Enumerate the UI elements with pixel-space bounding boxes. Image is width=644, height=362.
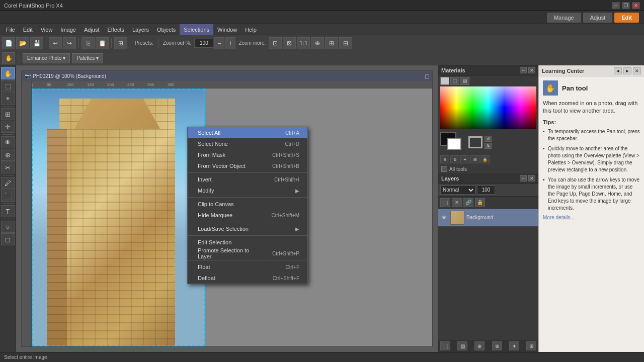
layer-lock-btn[interactable]: 🔒 — [475, 198, 485, 207]
layers-bottom-1[interactable]: ⬚ — [440, 341, 450, 350]
layers-bottom-5[interactable]: ✦ — [509, 341, 519, 350]
menu-view[interactable]: View — [37, 24, 57, 35]
menu-image[interactable]: Image — [56, 24, 80, 35]
clip-canvas-item[interactable]: Clip to Canvas — [188, 199, 307, 210]
restore-button[interactable]: ❐ — [622, 2, 630, 9]
color-wheel-btn[interactable]: ⬡ — [440, 77, 449, 85]
stroke-swatch[interactable] — [468, 136, 482, 148]
pan-tool-button[interactable]: ✋ — [1, 67, 15, 79]
manage-mode-button[interactable]: Manage — [547, 13, 581, 23]
blend-mode-select[interactable]: Normal Multiply Screen — [440, 186, 475, 195]
mat-icon-2[interactable]: ⊗ — [450, 155, 459, 163]
fill-tool-button[interactable]: ⬛ — [1, 190, 15, 202]
minimize-button[interactable]: – — [612, 2, 620, 9]
close-button[interactable]: ✕ — [632, 2, 640, 9]
new-file-button[interactable]: 📄 — [2, 37, 15, 49]
zoom-200-button[interactable]: ⊕ — [311, 37, 324, 49]
canvas-area[interactable]: 📷 PH00219 @ 100% (Background) ▢ | 50 100… — [16, 65, 438, 352]
menu-objects[interactable]: Objects — [153, 24, 180, 35]
smudge-tool-button[interactable]: ○ — [1, 221, 15, 233]
layers-bottom-2[interactable]: ▤ — [457, 341, 467, 350]
modify-item[interactable]: Modify ▶ — [188, 185, 307, 196]
enhance-photo-button[interactable]: Enhance Photo ▾ — [23, 53, 70, 63]
layers-bottom-4[interactable]: ⊗ — [492, 341, 502, 350]
all-tools-checkbox[interactable] — [441, 166, 447, 172]
copy-button[interactable]: ⎘ — [82, 37, 95, 49]
layer-opacity-input[interactable] — [477, 186, 495, 195]
select-all-item[interactable]: Select All Ctrl+A — [188, 127, 307, 138]
canvas-maximize-btn[interactable]: ▢ — [425, 73, 429, 79]
move-tool-button[interactable]: ✛ — [1, 121, 15, 133]
background-swatch[interactable] — [447, 138, 461, 150]
lasso-tool-button[interactable]: ⌖ — [1, 93, 15, 105]
reset-colors-btn[interactable]: ↺ — [485, 136, 492, 142]
promote-selection-item[interactable]: Promote Selection to Layer Ctrl+Shift+P — [188, 248, 307, 259]
crop-tool-button[interactable]: ⊞ — [1, 108, 15, 120]
lc-prev-btn[interactable]: ◄ — [614, 67, 622, 74]
palettes-button[interactable]: Palettes ▾ — [72, 53, 103, 63]
menu-window[interactable]: Window — [213, 24, 241, 35]
text-tool-button[interactable]: T — [1, 205, 15, 217]
tool-options-btn[interactable]: ✋ — [2, 52, 15, 64]
save-button[interactable]: 💾 — [30, 37, 43, 49]
float-item[interactable]: Float Ctrl+F — [188, 261, 307, 273]
menu-edit[interactable]: Edit — [19, 24, 37, 35]
zoom-value-input[interactable] — [194, 39, 213, 48]
swap-colors-btn[interactable]: ⇅ — [485, 143, 492, 149]
zoom-fit-button[interactable]: ⊡ — [269, 37, 282, 49]
invert-item[interactable]: Invert Ctrl+Shift+I — [188, 174, 307, 185]
zoom-in-button[interactable]: + — [225, 37, 235, 49]
gradients-btn[interactable]: ▤ — [460, 77, 469, 85]
menu-effects[interactable]: Effects — [104, 24, 128, 35]
zoom-actual-button[interactable]: ⊠ — [283, 37, 296, 49]
layers-bottom-6[interactable]: ⊞ — [526, 341, 536, 350]
menu-adjust[interactable]: Adjust — [80, 24, 104, 35]
load-save-item[interactable]: Load/Save Selection ▶ — [188, 223, 307, 234]
lc-close-btn[interactable]: ✕ — [633, 67, 641, 74]
edit-mode-button[interactable]: Edit — [614, 13, 639, 23]
zoom-out-button[interactable]: – — [214, 37, 224, 49]
mat-icon-1[interactable]: ⊕ — [440, 155, 449, 163]
hide-marquee-item[interactable]: Hide Marquee Ctrl+Shift+M — [188, 210, 307, 221]
clone-tool-button[interactable]: ✂ — [1, 161, 15, 173]
from-vector-item[interactable]: From Vector Object Ctrl+Shift+B — [188, 160, 307, 171]
menu-layers[interactable]: Layers — [128, 24, 153, 35]
layer-link-btn[interactable]: 🔗 — [463, 198, 473, 207]
lc-more-details-link[interactable]: More details... — [543, 215, 640, 220]
paste-button[interactable]: 📋 — [96, 37, 109, 49]
undo-button[interactable]: ↩ — [49, 37, 62, 49]
select-none-item[interactable]: Select None Ctrl+D — [188, 138, 307, 149]
resize-button[interactable]: ⊞ — [114, 37, 127, 49]
layers-bottom-3[interactable]: ⊕ — [474, 341, 485, 350]
layers-minimize-btn[interactable]: – — [520, 175, 527, 182]
layer-new-raster-btn[interactable]: ⬚ — [440, 198, 450, 207]
layer-row[interactable]: 👁 Background — [438, 209, 538, 227]
layer-visibility-toggle[interactable]: 👁 — [440, 214, 448, 222]
mat-icon-5[interactable]: 🔒 — [480, 155, 490, 163]
adjust-mode-button[interactable]: Adjust — [583, 13, 613, 23]
layers-close-btn[interactable]: ✕ — [528, 175, 535, 182]
layer-delete-btn[interactable]: ✕ — [452, 198, 462, 207]
menu-help[interactable]: Help — [241, 24, 261, 35]
from-mask-item[interactable]: From Mask Ctrl+Shift+S — [188, 149, 307, 160]
select-tool-button[interactable]: ⬚ — [1, 80, 15, 92]
paint-tool-button[interactable]: 🖊 — [1, 177, 15, 189]
menu-selections[interactable]: Selections — [180, 24, 213, 35]
swatches-btn[interactable]: ⬚ — [450, 77, 459, 85]
materials-minimize-btn[interactable]: – — [520, 67, 527, 73]
color-gradient-picker[interactable] — [440, 86, 536, 129]
view-guides-button[interactable]: ⊟ — [339, 37, 352, 49]
mat-icon-3[interactable]: ✦ — [460, 155, 469, 163]
zoom-100-button[interactable]: 1:1 — [297, 37, 310, 49]
redo-button[interactable]: ↪ — [63, 37, 76, 49]
menu-file[interactable]: File — [2, 24, 19, 35]
heal-tool-button[interactable]: ⊕ — [1, 149, 15, 161]
view-grid-button[interactable]: ⊞ — [325, 37, 338, 49]
materials-close-btn[interactable]: ✕ — [528, 67, 535, 73]
mat-icon-4[interactable]: ⊞ — [470, 155, 479, 163]
lc-next-btn[interactable]: ► — [623, 67, 631, 74]
defloat-item[interactable]: Defloat Ctrl+Shift+F — [188, 273, 307, 284]
redeye-tool-button[interactable]: 👁 — [1, 136, 15, 148]
open-file-button[interactable]: 📂 — [16, 37, 29, 49]
eraser-tool-button[interactable]: ◻ — [1, 233, 15, 245]
